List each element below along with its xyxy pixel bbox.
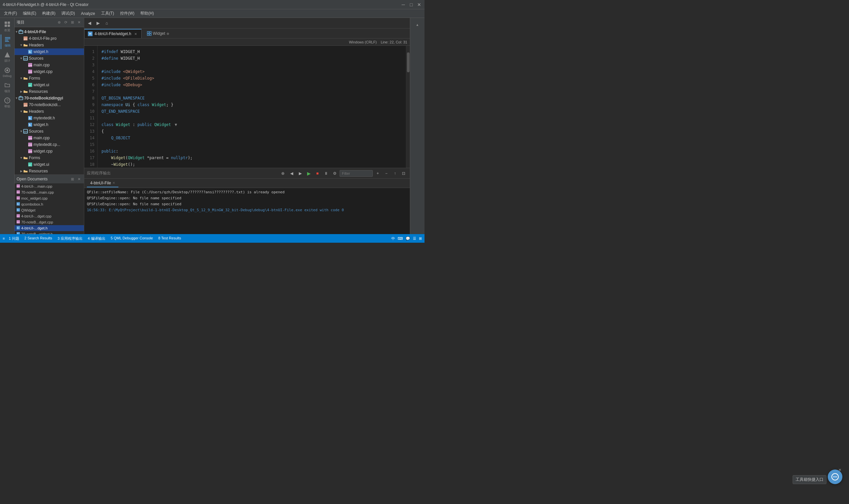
svg-rect-2 bbox=[5, 24, 7, 27]
bottom-prev-btn[interactable]: ◀ bbox=[288, 170, 295, 177]
tree-arrow-root1[interactable]: ▼ bbox=[15, 30, 19, 34]
status-item-5qmldebuggerconsole[interactable]: 5 QML Debugger Console bbox=[111, 236, 153, 241]
status-item-3应用程序输出[interactable]: 3 应用程序输出 bbox=[57, 236, 82, 241]
bottom-next-btn[interactable]: ▶ bbox=[296, 170, 304, 177]
tree-item-main_cpp2[interactable]: c++main.cpp bbox=[15, 134, 84, 141]
doc-item-doc5[interactable]: hQWidget bbox=[15, 207, 84, 213]
tree-item-widget_cpp2[interactable]: c++widget.cpp bbox=[15, 148, 84, 155]
doc-item-doc9[interactable]: h70-noteB...widget.h bbox=[15, 231, 84, 234]
close-button[interactable]: ✕ bbox=[417, 2, 422, 7]
tree-arrow-resources2[interactable]: ▶ bbox=[19, 169, 23, 173]
filter-input[interactable] bbox=[340, 170, 373, 177]
tree-item-widget_ui1[interactable]: uiwidget.ui bbox=[15, 82, 84, 88]
tree-item-mytextedit_cpp[interactable]: c++mytextedit.cp... bbox=[15, 141, 84, 148]
menu-item-d[interactable]: 调试(D) bbox=[59, 10, 78, 17]
tree-item-pro2[interactable]: pro70-noteBookzidi... bbox=[15, 102, 84, 108]
status-item-2searchresults[interactable]: 2 Search Results bbox=[24, 236, 52, 241]
tree-item-mytextedit_h[interactable]: hmytextedit.h bbox=[15, 115, 84, 121]
status-item-8testresults[interactable]: 8 Test Results bbox=[158, 236, 181, 241]
add-panel-btn[interactable]: ⊞ bbox=[69, 20, 75, 25]
tree-arrow-sources1[interactable]: ▼ bbox=[19, 56, 23, 60]
tree-label-pro2: 70-noteBookzidi... bbox=[29, 103, 61, 107]
sidebar-edit[interactable]: 编辑 bbox=[1, 35, 14, 49]
minimize-button[interactable]: ─ bbox=[401, 2, 406, 7]
tree-item-resources1[interactable]: ▶Resources bbox=[15, 88, 84, 95]
filter-add-btn[interactable]: + bbox=[374, 170, 381, 177]
tree-arrow-sources2[interactable]: ▼ bbox=[19, 129, 23, 133]
tree-item-widget_cpp1[interactable]: c++widget.cpp bbox=[15, 68, 84, 75]
code-content[interactable]: #ifndef WIDGET_H#define WIDGET_H #includ… bbox=[97, 46, 406, 168]
tree-arrow-headers2[interactable]: ▼ bbox=[19, 109, 23, 113]
doc-item-doc2[interactable]: c++70-noteB...main.cpp bbox=[15, 189, 84, 195]
bottom-float-btn[interactable]: ⊡ bbox=[400, 170, 407, 177]
tree-item-forms2[interactable]: ▼Forms bbox=[15, 155, 84, 161]
sidebar-help[interactable]: ? 帮助 bbox=[1, 95, 14, 110]
sidebar-projects[interactable]: 项目 bbox=[1, 80, 14, 95]
bottom-pause-btn[interactable]: ⏸ bbox=[322, 170, 330, 177]
nav-forward-btn[interactable]: ▶ bbox=[94, 19, 102, 27]
open-docs-add[interactable]: ⊞ bbox=[69, 176, 75, 182]
menu-item-h[interactable]: 帮助(H) bbox=[138, 10, 157, 17]
doc-item-doc1[interactable]: c++4-btnUI-...main.cpp bbox=[15, 183, 84, 189]
widget-tab[interactable]: Widget ⊕ bbox=[144, 29, 172, 38]
right-scroll-up[interactable]: ▲ bbox=[412, 19, 423, 30]
doc-item-doc7[interactable]: c++70-noteB...dget.cpp bbox=[15, 219, 84, 225]
tree-item-sources2[interactable]: ▼srcSources bbox=[15, 128, 84, 134]
doc-item-doc4[interactable]: hqcombobox.h bbox=[15, 201, 84, 207]
bottom-tab-active[interactable]: 4-btnUI-File ✕ bbox=[87, 179, 119, 187]
tree-arrow-root2[interactable]: ▼ bbox=[15, 96, 19, 100]
doc-item-doc6[interactable]: c++4-btnUI-...dget.cpp bbox=[15, 213, 84, 219]
tree-item-root2[interactable]: ▼70-noteBookzidingyi bbox=[15, 95, 84, 102]
sidebar-debug[interactable]: Debug bbox=[1, 65, 14, 79]
status-panel-toggle[interactable]: ≡ bbox=[3, 236, 5, 240]
filter-remove-btn[interactable]: − bbox=[383, 170, 390, 177]
menu-item-w[interactable]: 控件(W) bbox=[118, 10, 137, 17]
maximize-button[interactable]: □ bbox=[409, 2, 414, 7]
tree-arrow-forms2[interactable]: ▼ bbox=[19, 156, 23, 160]
open-docs-close[interactable]: ✕ bbox=[76, 176, 82, 182]
tree-arrow-forms1[interactable]: ▼ bbox=[19, 76, 23, 80]
bottom-add-btn[interactable]: ⊕ bbox=[279, 170, 287, 177]
status-item-4编译输出[interactable]: 4 编译输出 bbox=[88, 236, 106, 241]
tab-close-btn[interactable]: ✕ bbox=[133, 32, 138, 36]
nav-home-btn[interactable]: ⌂ bbox=[103, 19, 111, 27]
bottom-settings-btn[interactable]: ⚙ bbox=[331, 170, 338, 177]
scrollbar-thumb[interactable] bbox=[407, 52, 410, 72]
editor-scrollbar[interactable] bbox=[406, 46, 410, 168]
status-item-1问题[interactable]: 1 问题 bbox=[8, 236, 19, 241]
doc-item-doc3[interactable]: c++moc_widget.cpp bbox=[15, 195, 84, 201]
bottom-run-btn[interactable]: ▶ bbox=[305, 170, 312, 177]
menu-item-e[interactable]: 编辑(E) bbox=[20, 10, 39, 17]
filter-btn[interactable]: ⊛ bbox=[56, 20, 62, 25]
menu-item-t[interactable]: 工具(T) bbox=[98, 10, 117, 17]
tree-item-forms1[interactable]: ▼Forms bbox=[15, 75, 84, 82]
bottom-stop-btn[interactable]: ■ bbox=[314, 170, 321, 177]
tree-item-sources1[interactable]: ▼srcSources bbox=[15, 55, 84, 62]
sync-btn[interactable]: ⟳ bbox=[63, 20, 69, 25]
close-panel-btn[interactable]: ✕ bbox=[76, 20, 82, 25]
doc-label-doc4: qcombobox.h bbox=[21, 202, 43, 206]
tree-arrow-headers1[interactable]: ▼ bbox=[19, 43, 23, 47]
bottom-expand-btn[interactable]: ↑ bbox=[391, 170, 399, 177]
tree-item-headers2[interactable]: ▼Headers bbox=[15, 108, 84, 115]
tree-item-widget_h[interactable]: hwidget.h bbox=[15, 49, 84, 55]
menu-item-b[interactable]: 构建(B) bbox=[39, 10, 58, 17]
tree-item-widget_h2[interactable]: hwidget.h bbox=[15, 121, 84, 128]
sidebar-welcome[interactable]: 欢迎 bbox=[1, 19, 14, 34]
svg-marker-8 bbox=[5, 52, 10, 57]
menu-item-analyze[interactable]: Analyze bbox=[78, 11, 98, 17]
nav-back-btn[interactable]: ◀ bbox=[86, 19, 93, 27]
tree-item-resources2[interactable]: ▶Resources bbox=[15, 168, 84, 175]
tree-item-widget_ui2[interactable]: uiwidget.ui bbox=[15, 161, 84, 168]
collapse-arrow-12[interactable]: ▼ bbox=[173, 122, 177, 127]
tree-item-pro[interactable]: pro4-btnUI-File.pro bbox=[15, 35, 84, 42]
editor-tab[interactable]: H 4-btnUI-File/widget.h ✕ bbox=[84, 29, 142, 38]
sidebar-design[interactable]: 设计 bbox=[1, 50, 14, 64]
doc-item-doc8[interactable]: h4-btnUI-...dget.h bbox=[15, 225, 84, 231]
tree-item-main_cpp1[interactable]: c++main.cpp bbox=[15, 62, 84, 68]
tree-arrow-resources1[interactable]: ▶ bbox=[19, 90, 23, 93]
menu-item-f[interactable]: 文件(F) bbox=[1, 10, 20, 17]
bottom-tab-close[interactable]: ✕ bbox=[112, 181, 115, 185]
tree-item-root1[interactable]: ▼4-btnUI-File bbox=[15, 29, 84, 35]
tree-item-headers1[interactable]: ▼Headers bbox=[15, 42, 84, 49]
